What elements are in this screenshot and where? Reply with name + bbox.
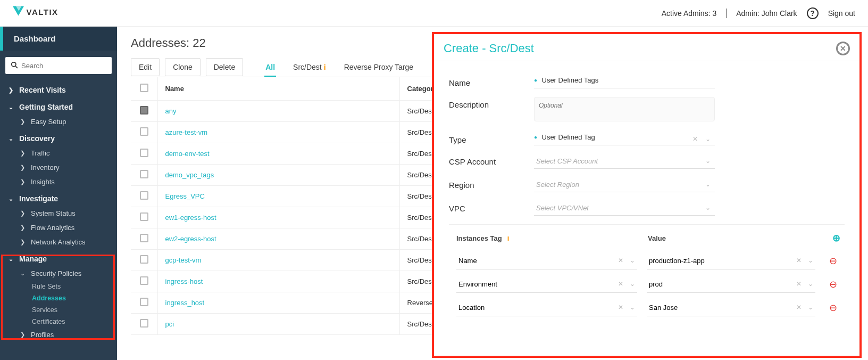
sidebar-addresses[interactable]: Addresses	[0, 292, 117, 304]
sidebar-easy-setup[interactable]: ❯Easy Setup	[0, 114, 117, 129]
search-input[interactable]	[21, 62, 106, 70]
clear-icon[interactable]: ✕	[618, 280, 623, 288]
chevron-down-icon[interactable]: ⌄	[630, 280, 635, 288]
active-admins: Active Admins: 3	[662, 9, 717, 18]
csp-account-field[interactable]	[534, 154, 715, 169]
tag-key-input[interactable]	[456, 252, 637, 269]
edit-button[interactable]: Edit	[131, 58, 160, 76]
clear-icon[interactable]: ✕	[618, 304, 623, 311]
label-vpc: VPC	[449, 201, 534, 213]
row-checkbox[interactable]	[140, 191, 148, 200]
row-checkbox[interactable]	[140, 319, 148, 328]
chevron-down-icon[interactable]: ⌄	[808, 304, 813, 311]
chevron-down-icon[interactable]: ⌄	[705, 181, 711, 188]
row-name-link[interactable]: ingress_host	[165, 299, 205, 307]
row-name-link[interactable]: pci	[165, 320, 174, 328]
remove-tag-icon[interactable]: ⊖	[829, 255, 837, 267]
sidebar-getting-started[interactable]: ⌄Getting Started	[0, 97, 117, 114]
sidebar-investigate[interactable]: ⌄Investigate	[0, 189, 117, 206]
row-name-link[interactable]: demo_vpc_tags	[165, 171, 214, 179]
clone-button[interactable]: Clone	[165, 58, 201, 76]
clear-icon[interactable]: ✕	[692, 135, 698, 143]
row-name-link[interactable]: demo-env-test	[165, 150, 210, 158]
label-value: Value	[648, 234, 832, 242]
sidebar-services[interactable]: Services	[0, 304, 117, 316]
tab-all[interactable]: All	[264, 58, 276, 77]
remove-tag-icon[interactable]: ⊖	[829, 279, 837, 290]
chevron-down-icon[interactable]: ⌄	[630, 304, 635, 311]
sidebar-discovery[interactable]: ⌄Discovery	[0, 129, 117, 146]
sidebar-network-analytics[interactable]: ❯Network Analytics	[0, 235, 117, 249]
logo: VALTIX	[13, 5, 93, 21]
sidebar-inventory[interactable]: ❯Inventory	[0, 160, 117, 175]
sidebar-security-policies[interactable]: ⌄Security Policies	[0, 266, 117, 281]
remove-tag-icon[interactable]: ⊖	[829, 302, 837, 314]
tab-srcdest[interactable]: Src/Desti	[292, 58, 327, 77]
clear-icon[interactable]: ✕	[796, 304, 802, 311]
row-checkbox[interactable]	[140, 234, 148, 242]
bullet-icon: ●	[534, 134, 537, 140]
delete-button[interactable]: Delete	[206, 58, 243, 76]
row-checkbox[interactable]	[140, 276, 148, 285]
type-field[interactable]: User Defined Tag	[542, 133, 595, 141]
sidebar-rule-sets[interactable]: Rule Sets	[0, 281, 117, 292]
admin-name: Admin: John Clark	[736, 9, 797, 18]
add-tag-icon[interactable]: ⊕	[832, 232, 840, 244]
chevron-down-icon[interactable]: ⌄	[705, 204, 711, 211]
sidebar-recent-visits[interactable]: ❯Recent Visits	[0, 80, 117, 97]
row-name-link[interactable]: any	[165, 107, 177, 115]
clear-icon[interactable]: ✕	[796, 257, 802, 264]
clear-icon[interactable]: ✕	[796, 280, 802, 288]
chevron-down-icon[interactable]: ⌄	[705, 157, 711, 165]
row-checkbox[interactable]	[140, 298, 148, 306]
sidebar-system-status[interactable]: ❯System Status	[0, 206, 117, 220]
row-name-link[interactable]: ew1-egress-host	[165, 214, 216, 222]
row-checkbox[interactable]	[140, 255, 148, 264]
name-field[interactable]: User Defined Tags	[542, 76, 599, 84]
sidebar-manage[interactable]: ⌄Manage	[0, 249, 117, 266]
sidebar-certificates[interactable]: Certificates	[0, 316, 117, 328]
search-icon	[11, 61, 18, 70]
chevron-down-icon[interactable]: ⌄	[808, 257, 813, 264]
row-name-link[interactable]: ingress-host	[165, 277, 203, 285]
row-name-link[interactable]: ew2-egress-host	[165, 235, 216, 243]
app-header: VALTIX Active Admins: 3 Admin: John Clar…	[0, 0, 868, 27]
chevron-down-icon[interactable]: ⌄	[630, 257, 635, 264]
row-name-link[interactable]: azure-test-vm	[165, 128, 207, 136]
tag-value-input[interactable]	[647, 276, 815, 293]
chevron-down-icon[interactable]: ⌄	[808, 280, 813, 288]
sidebar-profiles[interactable]: ❯Profiles	[0, 328, 117, 342]
label-name: Name	[449, 75, 534, 87]
sidebar-traffic[interactable]: ❯Traffic	[0, 146, 117, 160]
signout-link[interactable]: Sign out	[828, 9, 855, 18]
tag-key-input[interactable]	[456, 276, 637, 293]
row-checkbox[interactable]	[140, 106, 148, 114]
tag-value-input[interactable]	[647, 252, 815, 269]
description-field[interactable]	[534, 97, 715, 121]
sidebar-item-dashboard[interactable]: Dashboard	[0, 27, 117, 51]
help-icon[interactable]: ?	[807, 7, 819, 19]
col-name[interactable]: Name	[157, 77, 399, 101]
region-field[interactable]	[534, 177, 715, 192]
row-checkbox[interactable]	[140, 212, 148, 221]
vpc-field[interactable]	[534, 201, 715, 216]
label-instances-tag: Instances Tag	[456, 234, 502, 242]
label-description: Description	[449, 97, 534, 109]
tag-value-input[interactable]	[647, 299, 815, 316]
row-name-link[interactable]: gcp-test-vm	[165, 256, 202, 264]
clear-icon[interactable]: ✕	[618, 257, 623, 264]
row-checkbox[interactable]	[140, 127, 148, 136]
select-all-checkbox[interactable]	[140, 84, 148, 92]
row-checkbox[interactable]	[140, 170, 148, 178]
close-icon[interactable]: ✕	[836, 42, 850, 55]
sidebar-insights[interactable]: ❯Insights	[0, 175, 117, 189]
sidebar-flow-analytics[interactable]: ❯Flow Analytics	[0, 220, 117, 235]
svg-point-3	[12, 62, 16, 66]
row-checkbox[interactable]	[140, 149, 148, 157]
search-input-wrap[interactable]	[5, 57, 112, 74]
tag-key-input[interactable]	[456, 299, 637, 316]
label-region: Region	[449, 177, 534, 190]
chevron-down-icon[interactable]: ⌄	[705, 135, 711, 143]
tab-reverse-proxy[interactable]: Reverse Proxy Targe	[343, 58, 414, 77]
row-name-link[interactable]: Egress_VPC	[165, 192, 205, 200]
